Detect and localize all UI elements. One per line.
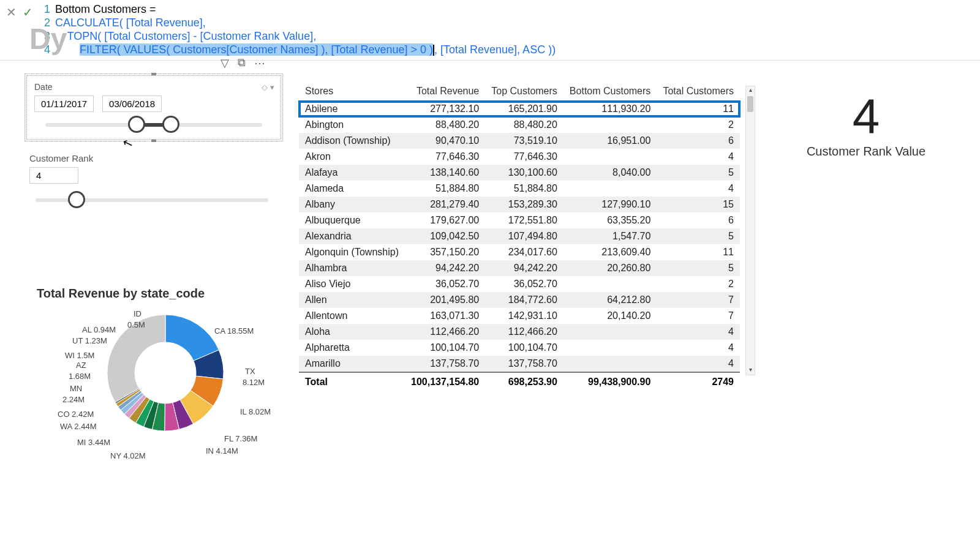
table-row[interactable]: Abilene277,132.10165,201.90111,930.2011 (299, 101, 740, 118)
formula-bar: ✕ ✓ 1Bottom Customers =2CALCULATE( [Tota… (0, 0, 980, 61)
table-row[interactable]: Alameda51,884.8051,884.804 (299, 181, 740, 197)
table-header[interactable]: Bottom Customers (564, 82, 657, 101)
chart-data-label: AL 0.94M (82, 325, 116, 334)
dax-editor[interactable]: 1Bottom Customers =2CALCULATE( [Total Re… (39, 0, 980, 60)
table-total-row: Total100,137,154.80698,253.9099,438,900.… (299, 372, 740, 391)
date-slider-handle-from[interactable] (128, 116, 145, 133)
kpi-value: 4 (774, 92, 958, 141)
table-scrollbar[interactable]: ▴ ▾ (745, 86, 755, 375)
slicer-clear-dropdown[interactable]: ◇ ▾ (262, 83, 274, 92)
table-header[interactable]: Top Customers (485, 82, 564, 101)
chart-data-label: IL 8.02M (240, 407, 271, 416)
date-to-input[interactable]: 03/06/2018 (102, 96, 162, 112)
chart-data-label: IN 4.14M (206, 446, 238, 455)
date-from-input[interactable]: 01/11/2017 (34, 96, 94, 112)
chart-data-label: NY 4.02M (110, 451, 146, 460)
resize-handle[interactable] (151, 140, 156, 142)
rank-slider-handle[interactable] (68, 191, 85, 208)
chart-data-label: TX (245, 367, 255, 376)
table-row[interactable]: Aliso Viejo36,052.7036,052.702 (299, 276, 740, 292)
cancel-icon[interactable]: ✕ (6, 5, 17, 20)
chart-data-label: ID (134, 309, 141, 318)
table-header[interactable]: Stores (299, 82, 405, 101)
visual-header: ▽ ⧉ ⋯ (221, 56, 265, 70)
slicer-title: Customer Rank (29, 153, 274, 163)
table-row[interactable]: Alexandria109,042.50107,494.801,547.705 (299, 228, 740, 244)
stores-table[interactable]: StoresTotal RevenueTop CustomersBottom C… (299, 82, 755, 391)
chart-title: Total Revenue by state_code (37, 287, 294, 301)
table-row[interactable]: Allen201,495.80184,772.6064,212.807 (299, 292, 740, 308)
customer-rank-card[interactable]: 4 Customer Rank Value (774, 92, 958, 159)
table-row[interactable]: Alpharetta100,104.70100,104.704 (299, 340, 740, 356)
revenue-by-state-chart[interactable]: Total Revenue by state_code CA 18.55MTX8… (37, 287, 294, 489)
chart-data-label: 2.24M (62, 395, 85, 404)
chart-data-label: 0.5M (127, 320, 145, 329)
chart-data-label: UT 1.23M (72, 336, 107, 345)
kpi-label: Customer Rank Value (774, 144, 958, 159)
table-row[interactable]: Allentown163,071.30142,931.1020,140.207 (299, 308, 740, 324)
commit-icon[interactable]: ✓ (23, 5, 33, 20)
rank-value-input[interactable]: 4 (29, 167, 78, 184)
chart-data-label: CO 2.42M (58, 410, 94, 419)
table-header[interactable]: Total Revenue (405, 82, 485, 101)
slicer-title: Date (34, 82, 53, 92)
focus-mode-icon[interactable]: ⧉ (238, 56, 246, 70)
table-row[interactable]: Albuquerque179,627.00172,551.8063,355.20… (299, 212, 740, 228)
chart-data-label: MN (70, 384, 82, 393)
chart-data-label: 1.68M (69, 372, 91, 381)
chart-data-label: AZ (76, 361, 86, 370)
table-row[interactable]: Albany281,279.40153,289.30127,990.1015 (299, 197, 740, 212)
table-row[interactable]: Alhambra94,242.2094,242.2020,260.805 (299, 260, 740, 276)
chart-data-label: MI 3.44M (77, 438, 110, 447)
scroll-down-icon[interactable]: ▾ (746, 366, 755, 375)
customer-rank-slicer[interactable]: Customer Rank 4 (29, 153, 274, 202)
table-row[interactable]: Alafaya138,140.60130,100.608,040.005 (299, 165, 740, 181)
rank-slider-track[interactable] (36, 198, 268, 202)
date-slicer[interactable]: Date ◇ ▾ 01/11/2017 03/06/2018 (24, 73, 283, 141)
chart-data-label: WA 2.44M (60, 422, 96, 431)
table-row[interactable]: Abington88,480.2088,480.202 (299, 117, 740, 133)
filter-icon[interactable]: ▽ (221, 56, 229, 70)
scroll-thumb[interactable] (747, 96, 753, 112)
table-row[interactable]: Aloha112,466.20112,466.204 (299, 324, 740, 340)
table-row[interactable]: Algonquin (Township)357,150.20234,017.60… (299, 244, 740, 260)
chart-data-label: 8.12M (243, 378, 265, 387)
date-slider-track[interactable] (45, 123, 262, 127)
table-row[interactable]: Addison (Township)90,470.1073,519.1016,9… (299, 133, 740, 149)
donut-chart-svg[interactable] (104, 312, 227, 434)
chart-data-label: CA 18.55M (214, 326, 254, 335)
table-row[interactable]: Akron77,646.3077,646.304 (299, 149, 740, 165)
date-slider-handle-to[interactable] (162, 116, 179, 133)
chart-data-label: WI 1.5M (65, 351, 94, 360)
more-options-icon[interactable]: ⋯ (254, 56, 265, 70)
scroll-up-icon[interactable]: ▴ (746, 86, 755, 95)
table-header[interactable]: Total Customers (657, 82, 740, 101)
table-row[interactable]: Amarillo137,758.70137,758.704 (299, 356, 740, 372)
chart-data-label: FL 7.36M (224, 434, 257, 443)
